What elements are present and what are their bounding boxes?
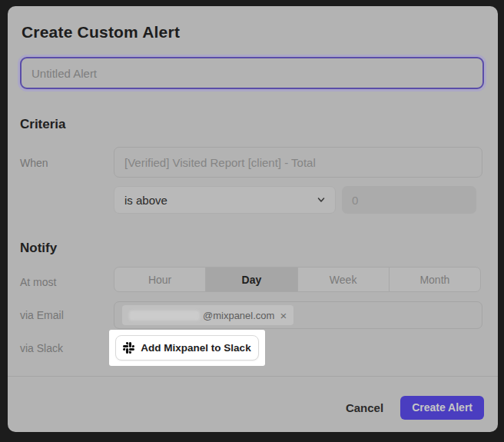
slack-icon	[123, 342, 134, 354]
via-email-label: via Email	[20, 309, 64, 321]
cancel-button[interactable]: Cancel	[346, 401, 383, 414]
create-alert-button[interactable]: Create Alert	[400, 396, 484, 420]
operator-select[interactable]: is above	[114, 186, 336, 214]
when-label: When	[20, 157, 48, 169]
slack-button-label: Add Mixpanel to Slack	[141, 342, 250, 354]
frequency-segmented-control: Hour Day Week Month	[114, 267, 481, 292]
criteria-event-input[interactable]	[114, 147, 482, 178]
via-slack-label: via Slack	[20, 342, 63, 354]
frequency-option-hour[interactable]: Hour	[114, 268, 205, 291]
at-most-label: At most	[20, 276, 56, 288]
remove-email-icon[interactable]: ×	[280, 310, 287, 321]
alert-name-input[interactable]	[20, 57, 484, 89]
tutorial-spotlight: Add Mixpanel to Slack	[109, 330, 265, 366]
frequency-option-month[interactable]: Month	[389, 268, 480, 291]
notify-heading: Notify	[20, 241, 57, 256]
criteria-heading: Criteria	[20, 117, 66, 132]
dialog-footer: Cancel Create Alert	[346, 390, 484, 425]
frequency-option-week[interactable]: Week	[297, 268, 389, 291]
dialog-title: Create Custom Alert	[22, 23, 180, 42]
email-recipients-input[interactable]: @mixpanel.com ×	[114, 301, 482, 329]
operator-value: is above	[124, 194, 317, 207]
chevron-down-icon	[317, 195, 326, 204]
add-mixpanel-to-slack-button[interactable]: Add Mixpanel to Slack	[115, 335, 259, 361]
threshold-input[interactable]	[342, 186, 476, 214]
email-chip: @mixpanel.com ×	[122, 305, 293, 325]
email-domain: @mixpanel.com	[203, 310, 274, 321]
frequency-option-day[interactable]: Day	[205, 268, 297, 291]
footer-divider	[8, 376, 498, 377]
create-custom-alert-dialog: Create Custom Alert Criteria When is abo…	[8, 6, 498, 432]
redacted-username	[129, 311, 200, 321]
